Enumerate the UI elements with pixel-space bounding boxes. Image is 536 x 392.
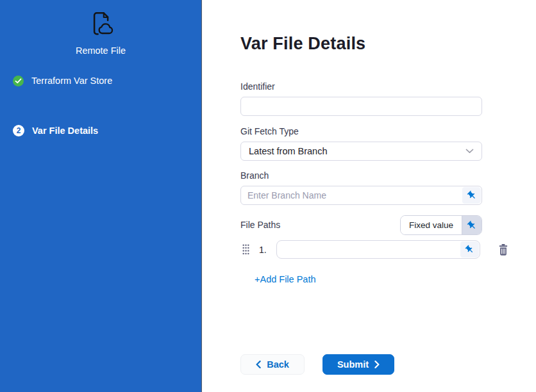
identifier-label: Identifier: [240, 81, 482, 92]
branch-label: Branch: [240, 170, 482, 181]
chevron-down-icon: [465, 149, 474, 154]
step-label: Terraform Var Store: [31, 75, 112, 86]
file-path-input[interactable]: [276, 240, 480, 259]
wizard-sidebar: Remote File Terraform Var Store 2 Var Fi…: [0, 0, 202, 392]
file-path-row: 1.: [240, 240, 536, 259]
submit-button[interactable]: Submit: [322, 354, 394, 375]
back-button-label: Back: [267, 359, 289, 370]
trash-icon: [498, 249, 509, 258]
add-file-path-button[interactable]: +Add File Path: [255, 274, 316, 284]
wizard-actions: Back Submit: [240, 354, 536, 375]
input-type-value: Fixed value: [401, 216, 462, 234]
drag-handle-icon[interactable]: [242, 244, 249, 255]
remote-file-wizard: Remote File Terraform Var Store 2 Var Fi…: [0, 0, 536, 392]
branch-field: Branch: [240, 170, 482, 205]
git-fetch-type-label: Git Fetch Type: [240, 126, 482, 137]
page-title: Var File Details: [240, 33, 536, 54]
branch-runtime-pin-button[interactable]: [462, 187, 481, 204]
file-paths-header: File Paths Fixed value: [240, 215, 482, 235]
pin-icon: [465, 245, 474, 254]
submit-button-label: Submit: [337, 359, 369, 370]
chevron-left-icon: [256, 361, 261, 368]
check-circle-icon: [13, 76, 24, 86]
var-file-details-form: Var File Details Identifier Git Fetch Ty…: [202, 0, 536, 392]
git-fetch-type-field: Git Fetch Type Latest from Branch: [240, 126, 482, 161]
sidebar-step-terraform-var-store[interactable]: Terraform Var Store: [0, 75, 201, 86]
wizard-header: Remote File: [0, 0, 201, 56]
wizard-title: Remote File: [0, 45, 201, 56]
back-button[interactable]: Back: [240, 354, 305, 375]
sidebar-step-var-file-details[interactable]: 2 Var File Details: [0, 125, 201, 136]
delete-file-path-button[interactable]: [498, 243, 509, 256]
step-number-badge: 2: [13, 125, 24, 136]
step-label: Var File Details: [32, 125, 98, 136]
branch-input[interactable]: [240, 186, 482, 205]
remote-file-cloud-icon: [86, 10, 115, 39]
row-index: 1.: [259, 245, 267, 255]
chevron-right-icon: [374, 361, 380, 368]
identifier-field: Identifier: [240, 81, 482, 116]
identifier-input[interactable]: [240, 97, 482, 116]
file-paths-label: File Paths: [240, 220, 280, 231]
pin-icon: [467, 190, 477, 200]
file-paths-input-type-selector[interactable]: Fixed value: [400, 215, 482, 235]
git-fetch-type-value: Latest from Branch: [249, 146, 328, 156]
git-fetch-type-select[interactable]: Latest from Branch: [240, 142, 482, 161]
file-path-runtime-pin-button[interactable]: [460, 241, 479, 257]
pin-icon: [462, 216, 482, 234]
